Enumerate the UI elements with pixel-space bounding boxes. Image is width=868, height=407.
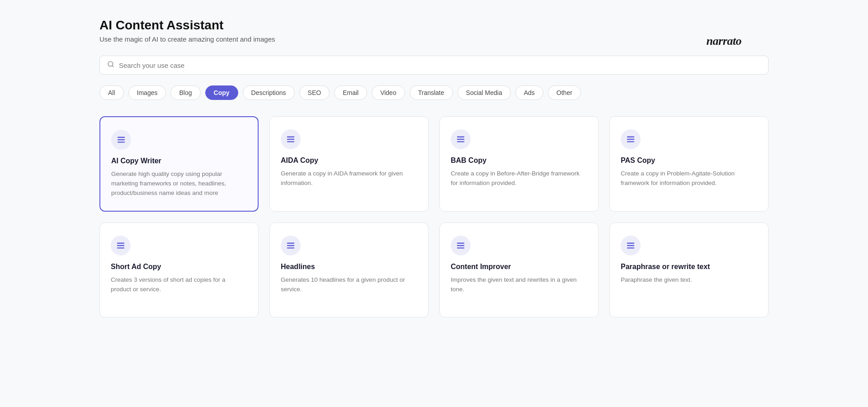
search-icon [107, 61, 114, 70]
svg-rect-24 [627, 245, 635, 246]
search-input[interactable] [119, 62, 761, 69]
filter-btn-all[interactable]: All [99, 85, 124, 100]
card-title-bab-copy: BAB Copy [451, 156, 587, 165]
svg-rect-7 [287, 141, 295, 142]
filter-btn-copy[interactable]: Copy [205, 85, 238, 100]
filter-btn-social-media[interactable]: Social Media [458, 85, 511, 100]
svg-rect-14 [117, 242, 125, 243]
filter-btn-images[interactable]: Images [128, 85, 166, 100]
search-bar [99, 56, 769, 75]
svg-rect-12 [627, 139, 635, 140]
svg-rect-23 [627, 242, 635, 243]
card-icon-headlines [281, 236, 301, 256]
card-icon-pas-copy [621, 129, 641, 149]
svg-rect-13 [627, 141, 635, 142]
filter-btn-descriptions[interactable]: Descriptions [243, 85, 295, 100]
card-icon-aida-copy [281, 129, 301, 149]
card-desc-content-improver: Improves the given text and rewrites in … [451, 275, 587, 294]
svg-rect-6 [287, 139, 295, 140]
card-short-ad-copy[interactable]: Short Ad Copy Creates 3 versions of shor… [99, 222, 259, 317]
card-desc-pas-copy: Create a copy in Problem-Agitate-Solutio… [621, 169, 757, 188]
svg-rect-2 [118, 137, 125, 138]
card-paraphrase[interactable]: Paraphrase or rewrite text Paraphrase th… [609, 222, 769, 317]
card-ai-copy-writer[interactable]: AI Copy Writer Generate high quality cop… [99, 116, 259, 212]
logo: narrato [707, 34, 741, 48]
filter-btn-ads[interactable]: Ads [515, 85, 543, 100]
card-icon-paraphrase [621, 236, 641, 256]
page-subtitle: Use the magic of AI to create amazing co… [99, 35, 769, 43]
svg-rect-8 [457, 137, 465, 137]
svg-rect-20 [457, 242, 465, 243]
card-content-improver[interactable]: Content Improver Improves the given text… [439, 222, 599, 317]
card-headlines[interactable]: Headlines Generates 10 headlines for a g… [269, 222, 429, 317]
svg-rect-16 [117, 247, 125, 248]
card-title-paraphrase: Paraphrase or rewrite text [621, 263, 757, 271]
card-icon-bab-copy [451, 129, 471, 149]
card-desc-headlines: Generates 10 headlines for a given produ… [281, 275, 417, 294]
svg-rect-3 [118, 139, 125, 140]
svg-line-1 [112, 66, 113, 67]
card-pas-copy[interactable]: PAS Copy Create a copy in Problem-Agitat… [609, 116, 769, 212]
svg-rect-4 [118, 142, 125, 142]
filter-bar: AllImagesBlogCopyDescriptionsSEOEmailVid… [99, 85, 769, 100]
svg-rect-10 [457, 141, 465, 142]
card-desc-ai-copy-writer: Generate high quality copy using popular… [111, 170, 247, 198]
card-title-headlines: Headlines [281, 263, 417, 271]
page-title: AI Content Assistant [99, 18, 769, 33]
svg-rect-17 [287, 242, 295, 243]
svg-rect-21 [457, 245, 465, 246]
card-icon-short-ad-copy [111, 236, 131, 256]
svg-rect-9 [457, 139, 465, 140]
filter-btn-video[interactable]: Video [372, 85, 405, 100]
card-title-ai-copy-writer: AI Copy Writer [111, 157, 247, 165]
card-icon-ai-copy-writer [111, 130, 131, 150]
card-desc-aida-copy: Generate a copy in AIDA framework for gi… [281, 169, 417, 188]
card-icon-content-improver [451, 236, 471, 256]
card-bab-copy[interactable]: BAB Copy Create a copy in Before-After-B… [439, 116, 599, 212]
svg-rect-5 [287, 137, 295, 137]
card-aida-copy[interactable]: AIDA Copy Generate a copy in AIDA framew… [269, 116, 429, 212]
cards-grid: AI Copy Writer Generate high quality cop… [99, 116, 769, 317]
filter-btn-other[interactable]: Other [548, 85, 581, 100]
svg-rect-19 [287, 247, 295, 248]
card-title-aida-copy: AIDA Copy [281, 156, 417, 165]
filter-btn-translate[interactable]: Translate [410, 85, 453, 100]
card-title-content-improver: Content Improver [451, 263, 587, 271]
filter-btn-email[interactable]: Email [334, 85, 367, 100]
card-desc-short-ad-copy: Creates 3 versions of short ad copies fo… [111, 275, 247, 294]
card-title-short-ad-copy: Short Ad Copy [111, 263, 247, 271]
svg-rect-22 [457, 247, 465, 248]
svg-rect-11 [627, 137, 635, 137]
filter-btn-blog[interactable]: Blog [170, 85, 200, 100]
card-desc-paraphrase: Paraphrase the given text. [621, 275, 757, 285]
svg-rect-25 [627, 247, 635, 248]
filter-btn-seo[interactable]: SEO [299, 85, 330, 100]
card-desc-bab-copy: Create a copy in Before-After-Bridge fra… [451, 169, 587, 188]
card-title-pas-copy: PAS Copy [621, 156, 757, 165]
svg-rect-18 [287, 245, 295, 246]
svg-rect-15 [117, 245, 125, 246]
